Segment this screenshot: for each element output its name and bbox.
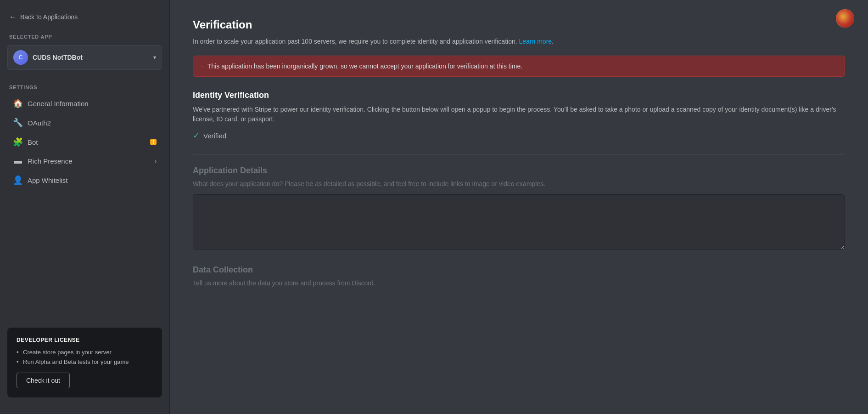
sidebar-item-bot[interactable]: 🧩 Bot !	[4, 132, 166, 152]
selected-app-dropdown[interactable]: C CUDS NotTDBot ▾	[7, 45, 162, 70]
data-collection-description: Tell us more about the data you store an…	[193, 278, 845, 288]
home-icon: 🏠	[13, 98, 23, 108]
developer-license-card: DEVELOPER LICENSE Create store pages in …	[7, 328, 162, 397]
sidebar-item-oauth2[interactable]: 🔧 OAuth2	[4, 113, 166, 132]
rich-presence-icon: ▬	[13, 156, 23, 166]
developer-license-list: Create store pages in your server Run Al…	[17, 349, 153, 365]
verified-label: Verified	[203, 132, 226, 140]
chevron-right-icon: ›	[155, 158, 157, 164]
sidebar-item-rich-presence[interactable]: ▬ Rich Presence ›	[4, 152, 166, 170]
check-it-out-button[interactable]: Check it out	[17, 373, 70, 388]
app-avatar-image: C	[13, 50, 28, 65]
sidebar-item-app-whitelist[interactable]: 👤 App Whitelist	[4, 170, 166, 190]
sidebar: ← Back to Applications SELECTED APP C CU…	[0, 0, 170, 414]
app-name-label: CUDS NotTDBot	[33, 54, 149, 61]
verified-status-row: ✓ Verified	[193, 130, 845, 141]
list-item: Create store pages in your server	[17, 349, 153, 356]
oauth2-icon: 🔧	[13, 118, 23, 128]
learn-more-link[interactable]: Learn more	[519, 38, 552, 45]
selected-app-container: C CUDS NotTDBot ▾	[0, 43, 169, 77]
error-bullet-icon: •	[202, 64, 203, 68]
user-avatar-image	[836, 9, 854, 28]
sidebar-bottom: DEVELOPER LICENSE Create store pages in …	[0, 190, 169, 405]
sidebar-item-label: App Whitelist	[28, 176, 157, 184]
settings-section-label: SETTINGS	[0, 77, 169, 94]
main-content: Verification In order to scale your appl…	[170, 0, 868, 414]
page-title: Verification	[193, 18, 845, 31]
sidebar-item-label: Bot	[28, 138, 146, 146]
page-description-text: In order to scale your application past …	[193, 38, 519, 45]
identity-verification-description: We've partnered with Stripe to power our…	[193, 105, 845, 124]
bot-icon: 🧩	[13, 137, 23, 147]
error-banner-text: This application has been inorganically …	[207, 62, 522, 70]
sidebar-nav: 🏠 General Information 🔧 OAuth2 🧩 Bot ! ▬…	[0, 94, 169, 190]
error-banner: • This application has been inorganicall…	[193, 56, 845, 77]
app-avatar: C	[13, 50, 28, 65]
application-details-textarea[interactable]	[193, 194, 845, 250]
whitelist-icon: 👤	[13, 175, 23, 185]
identity-verification-title: Identity Verification	[193, 91, 845, 100]
list-item: Run Alpha and Beta tests for your game	[17, 358, 153, 365]
sidebar-item-label: General Information	[28, 100, 157, 108]
app-layout: ← Back to Applications SELECTED APP C CU…	[0, 0, 868, 414]
page-description: In order to scale your application past …	[193, 37, 845, 46]
checkmark-icon: ✓	[193, 130, 200, 141]
back-to-applications-link[interactable]: ← Back to Applications	[0, 9, 169, 30]
sidebar-item-label: Rich Presence	[28, 157, 150, 165]
sidebar-item-general-information[interactable]: 🏠 General Information	[4, 94, 166, 113]
sidebar-item-label: OAuth2	[28, 119, 157, 127]
developer-license-title: DEVELOPER LICENSE	[17, 337, 153, 343]
application-details-title: Application Details	[193, 166, 845, 176]
back-link-label: Back to Applications	[20, 13, 78, 21]
application-details-description: What does your application do? Please be…	[193, 179, 845, 189]
dropdown-arrow-icon: ▾	[153, 54, 156, 61]
page-description-post: .	[552, 38, 554, 45]
bot-badge: !	[150, 139, 157, 145]
section-divider	[193, 154, 845, 155]
data-collection-title: Data Collection	[193, 265, 845, 275]
back-arrow-icon: ←	[9, 13, 17, 21]
user-avatar[interactable]	[836, 9, 854, 28]
selected-app-label: SELECTED APP	[0, 30, 169, 43]
